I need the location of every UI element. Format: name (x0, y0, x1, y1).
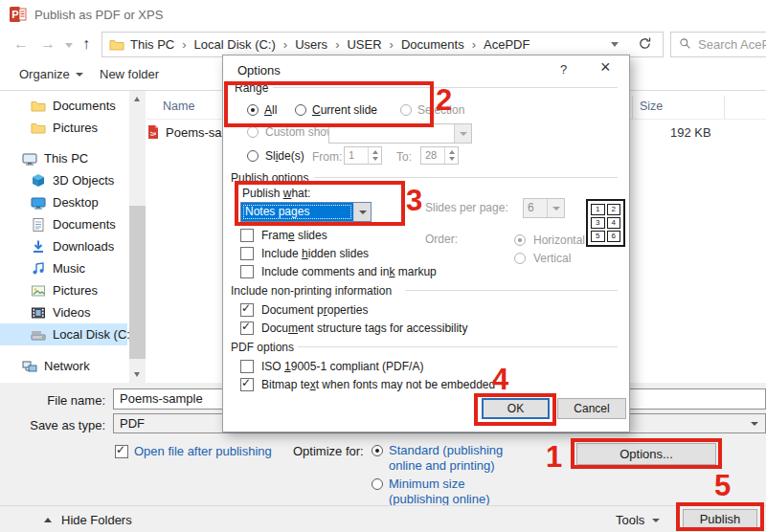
network-icon (22, 359, 37, 374)
sidebar-item-videos[interactable]: Videos (0, 301, 127, 323)
open-after-publishing-checkbox[interactable] (115, 445, 128, 458)
checkbox-icon[interactable] (240, 247, 254, 260)
breadcrumb-item[interactable]: Local Disk (C:) (192, 37, 278, 52)
slides-radio[interactable] (247, 150, 259, 162)
svg-text:P: P (11, 9, 18, 20)
forward-arrow-icon[interactable]: → (40, 34, 56, 54)
sidebar-item-music[interactable]: Music (0, 257, 127, 279)
annotation-box-3 (235, 181, 405, 226)
preview-cell: 1 (591, 204, 605, 215)
refresh-icon (638, 36, 652, 54)
breadcrumb-item[interactable]: USER (345, 37, 383, 52)
chevron-down-icon (76, 73, 83, 77)
chevron-up-icon (44, 518, 52, 522)
optimize-for-label: Optimize for: (293, 444, 364, 458)
optimize-standard-label: Standard (publishing online and printing… (389, 443, 534, 474)
checkbox-bitmap-text-when-fonts-may-not-be-embedded[interactable]: Bitmap text when fonts may not be embedd… (240, 375, 495, 393)
up-arrow-icon[interactable]: ↑ (82, 34, 90, 54)
cancel-button[interactable]: Cancel (557, 398, 626, 419)
sidebar-item-local-disk-c[interactable]: Local Disk (C:) (0, 323, 127, 345)
search-box[interactable]: Search AcePDF (670, 32, 766, 57)
picture-icon (31, 283, 46, 299)
folder-icon (109, 37, 124, 53)
checkbox-icon[interactable] (240, 378, 254, 391)
sidebar-item-3d-objects[interactable]: 3D Objects (0, 169, 127, 191)
annotation-number-4: 4 (492, 366, 508, 394)
new-folder-button[interactable]: New folder (100, 67, 159, 81)
scrollbar-thumb[interactable] (129, 206, 146, 359)
breadcrumb-item[interactable]: This PC (128, 37, 176, 52)
back-arrow-icon[interactable]: ← (13, 34, 29, 54)
download-icon (31, 239, 46, 255)
search-placeholder: Search AcePDF (698, 37, 766, 52)
sidebar-item-documents[interactable]: Documents (0, 213, 127, 235)
breadcrumb-separator-icon[interactable]: › (335, 37, 339, 52)
checkbox-icon[interactable] (240, 265, 254, 278)
checkbox-icon[interactable] (240, 360, 254, 373)
group-divider (405, 290, 618, 291)
checkbox-include-hidden-slides[interactable]: Include hidden slides (240, 244, 437, 262)
folder-icon (31, 121, 46, 136)
open-after-publishing-label: Open file after publishing (134, 444, 272, 458)
sidebar-item-documents[interactable]: Documents (0, 95, 127, 117)
annotation-number-2: 2 (436, 86, 452, 115)
breadcrumb-separator-icon[interactable]: › (283, 37, 287, 52)
annotation-box-1 (571, 438, 722, 469)
sidebar-item-desktop[interactable]: Desktop (0, 191, 127, 213)
order-radio-vertical: Vertical (514, 249, 620, 267)
drive-icon (31, 327, 46, 343)
publish-options-checkboxes: Frame slidesInclude hidden slidesInclude… (240, 226, 437, 280)
organize-button[interactable]: Organize (19, 67, 83, 81)
tools-button[interactable]: Tools (616, 513, 660, 527)
breadcrumb: This PC›Local Disk (C:)›Users›USER›Docum… (128, 37, 531, 52)
address-bar[interactable]: This PC›Local Disk (C:)›Users›USER›Docum… (101, 32, 628, 57)
help-icon[interactable]: ? (560, 62, 567, 77)
breadcrumb-item[interactable]: Documents (399, 37, 466, 52)
breadcrumb-separator-icon[interactable]: › (472, 37, 476, 52)
address-dropdown-chevron-icon[interactable] (611, 42, 619, 47)
from-spinner: 1 (344, 146, 382, 165)
column-divider[interactable] (724, 96, 725, 119)
radio-icon (514, 234, 526, 246)
sidebar-item-this-pc[interactable]: This PC (0, 147, 127, 169)
sidebar-item-pictures[interactable]: Pictures (0, 117, 127, 139)
sidebar-item-downloads[interactable]: Downloads (0, 235, 127, 257)
chevron-down-icon (652, 519, 660, 522)
sidebar-item-pictures[interactable]: Pictures (0, 279, 127, 301)
column-header-size[interactable]: Size (640, 100, 663, 113)
non-printing-checkboxes: Document propertiesDocument structure ta… (240, 300, 467, 337)
checkbox-iso-19005-1-compliant-pdf-a[interactable]: ISO 19005-1 compliant (PDF/A) (240, 357, 495, 375)
checkbox-frame-slides[interactable]: Frame slides (240, 226, 437, 244)
computer-icon (22, 151, 37, 166)
checkbox-include-comments-and-ink-markup[interactable]: Include comments and ink markup (240, 262, 437, 280)
spinner-arrows-icon (444, 147, 458, 164)
checkbox-icon[interactable] (240, 303, 254, 317)
optimize-minimum-radio[interactable] (372, 478, 383, 490)
refresh-button[interactable] (627, 32, 664, 57)
checkbox-document-structure-tags-for-accessibility[interactable]: Document structure tags for accessibilit… (240, 319, 467, 337)
breadcrumb-item[interactable]: AcePDF (482, 37, 531, 52)
hide-folders-button[interactable]: Hide Folders (61, 513, 132, 527)
checkbox-icon[interactable] (240, 229, 254, 242)
desktop-icon (31, 195, 46, 211)
breadcrumb-separator-icon[interactable]: › (390, 37, 394, 52)
checkbox-icon[interactable] (240, 321, 254, 335)
from-label: From: (312, 150, 342, 164)
radio-icon (514, 253, 526, 264)
window-title: Publish as PDF or XPS (34, 8, 163, 22)
breadcrumb-item[interactable]: Users (293, 37, 329, 52)
to-spinner: 28 (420, 146, 459, 165)
recent-locations-chevron-icon[interactable] (65, 43, 73, 48)
pdf-options-checkboxes: ISO 19005-1 compliant (PDF/A)Bitmap text… (240, 357, 495, 393)
breadcrumb-separator-icon[interactable]: › (182, 37, 186, 52)
optimize-standard-radio[interactable] (372, 445, 383, 456)
slides-label: Slide(s) (265, 149, 304, 163)
scroll-down-icon[interactable] (134, 372, 140, 377)
column-divider[interactable] (632, 96, 633, 119)
to-label: To: (396, 150, 412, 164)
close-icon[interactable]: × (600, 57, 611, 78)
sidebar-item-network[interactable]: Network (0, 355, 127, 377)
scroll-up-icon[interactable] (134, 97, 140, 101)
checkbox-document-properties[interactable]: Document properties (240, 300, 467, 319)
column-header-name[interactable]: Name (163, 100, 194, 113)
